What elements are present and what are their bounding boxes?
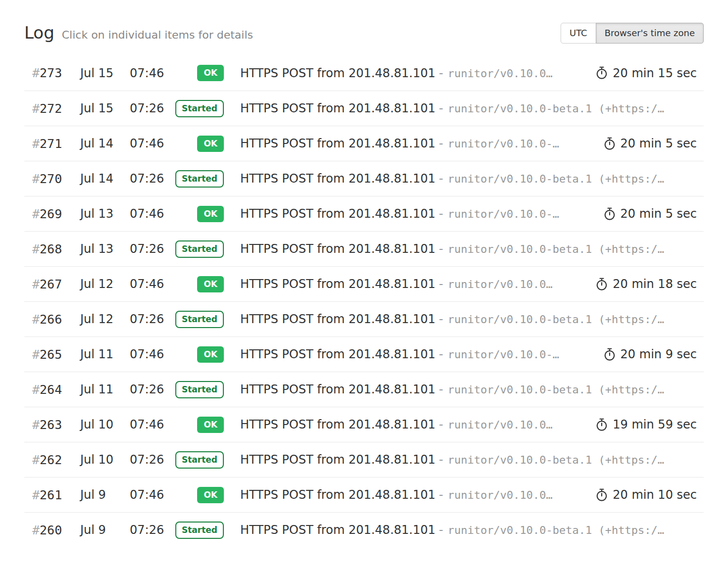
stopwatch-icon bbox=[595, 488, 613, 502]
event-number-value: 273 bbox=[40, 66, 62, 80]
log-row[interactable]: #263 Jul 10 07:46 OK HTTPS POST from 201… bbox=[24, 407, 704, 442]
status-badge: Started bbox=[175, 381, 224, 398]
dash-separator: - bbox=[439, 101, 443, 115]
status-badge: Started bbox=[175, 100, 224, 117]
status-badge: Started bbox=[175, 311, 224, 328]
hash-prefix: # bbox=[32, 242, 40, 256]
duration-text: 20 min 5 sec bbox=[621, 137, 697, 150]
duration: 19 min 59 sec bbox=[595, 418, 704, 431]
log-row[interactable]: #266 Jul 12 07:26 Started HTTPS POST fro… bbox=[24, 301, 704, 336]
event-message: HTTPS POST from 201.48.81.101 bbox=[240, 172, 435, 186]
hash-prefix: # bbox=[32, 137, 40, 151]
status-badge: OK bbox=[197, 276, 224, 292]
status-badge: OK bbox=[197, 487, 224, 503]
event-time: 07:26 bbox=[130, 242, 178, 256]
hash-prefix: # bbox=[32, 523, 40, 537]
log-row[interactable]: #273 Jul 15 07:46 OK HTTPS POST from 201… bbox=[24, 55, 704, 91]
event-number-value: 270 bbox=[40, 172, 62, 186]
log-row[interactable]: #267 Jul 12 07:46 OK HTTPS POST from 201… bbox=[24, 266, 704, 301]
event-number-value: 264 bbox=[40, 382, 62, 397]
event-date: Jul 12 bbox=[80, 312, 130, 326]
event-date: Jul 9 bbox=[80, 488, 130, 502]
log-page: Log Click on individual items for detail… bbox=[0, 0, 728, 547]
log-row[interactable]: #264 Jul 11 07:26 Started HTTPS POST fro… bbox=[24, 372, 704, 407]
log-list: #273 Jul 15 07:46 OK HTTPS POST from 201… bbox=[24, 55, 704, 547]
event-description: HTTPS POST from 201.48.81.101-runitor/v0… bbox=[240, 418, 586, 431]
hash-prefix: # bbox=[32, 277, 40, 291]
page-header: Log Click on individual items for detail… bbox=[24, 23, 704, 44]
log-row[interactable]: #271 Jul 14 07:46 OK HTTPS POST from 201… bbox=[24, 126, 704, 161]
event-number: #261 bbox=[24, 488, 80, 502]
dash-separator: - bbox=[439, 347, 443, 361]
event-number-value: 269 bbox=[40, 207, 62, 221]
hash-prefix: # bbox=[32, 418, 40, 432]
hash-prefix: # bbox=[32, 66, 40, 80]
log-row[interactable]: #268 Jul 13 07:26 Started HTTPS POST fro… bbox=[24, 231, 704, 266]
event-date: Jul 10 bbox=[80, 453, 130, 467]
event-number: #266 bbox=[24, 312, 80, 327]
log-row[interactable]: #260 Jul 9 07:26 Started HTTPS POST from… bbox=[24, 512, 704, 547]
user-agent: runitor/v0.10.0-beta.1 (+https:/… bbox=[448, 383, 664, 396]
event-date: Jul 9 bbox=[80, 523, 130, 537]
event-number: #264 bbox=[24, 382, 80, 397]
page-subtitle: Click on individual items for details bbox=[62, 29, 253, 41]
duration: 20 min 5 sec bbox=[603, 137, 704, 150]
status-badge: OK bbox=[197, 346, 224, 363]
event-number: #268 bbox=[24, 242, 80, 256]
event-description: HTTPS POST from 201.48.81.101-runitor/v0… bbox=[240, 453, 704, 467]
event-number: #263 bbox=[24, 418, 80, 432]
event-number: #267 bbox=[24, 277, 80, 291]
browser-timezone-button[interactable]: Browser's time zone bbox=[596, 23, 704, 44]
hash-prefix: # bbox=[32, 488, 40, 502]
log-row[interactable]: #270 Jul 14 07:26 Started HTTPS POST fro… bbox=[24, 161, 704, 196]
dash-separator: - bbox=[439, 523, 443, 537]
event-message: HTTPS POST from 201.48.81.101 bbox=[240, 418, 435, 431]
hash-prefix: # bbox=[32, 312, 40, 327]
user-agent: runitor/v0.10.0-beta.1 (+https:/… bbox=[448, 102, 664, 115]
event-time: 07:46 bbox=[130, 347, 178, 361]
event-number-value: 265 bbox=[40, 347, 62, 362]
user-agent: runitor/v0.10.0-beta.1 (+https:/… bbox=[448, 524, 664, 536]
dash-separator: - bbox=[439, 453, 443, 467]
badge-cell: Started bbox=[178, 311, 224, 328]
utc-button[interactable]: UTC bbox=[561, 23, 596, 44]
badge-cell: Started bbox=[178, 522, 224, 539]
badge-cell: OK bbox=[178, 206, 224, 222]
dash-separator: - bbox=[439, 242, 443, 256]
log-row[interactable]: #269 Jul 13 07:46 OK HTTPS POST from 201… bbox=[24, 196, 704, 231]
dash-separator: - bbox=[439, 382, 443, 396]
event-number: #271 bbox=[24, 137, 80, 151]
event-time: 07:46 bbox=[130, 277, 178, 291]
duration: 20 min 9 sec bbox=[603, 347, 704, 361]
stopwatch-icon bbox=[603, 348, 621, 361]
badge-cell: Started bbox=[178, 381, 224, 398]
event-description: HTTPS POST from 201.48.81.101-runitor/v0… bbox=[240, 172, 704, 186]
badge-cell: OK bbox=[178, 487, 224, 503]
event-date: Jul 13 bbox=[80, 207, 130, 221]
event-description: HTTPS POST from 201.48.81.101-runitor/v0… bbox=[240, 242, 704, 256]
log-row[interactable]: #272 Jul 15 07:26 Started HTTPS POST fro… bbox=[24, 91, 704, 126]
log-row[interactable]: #262 Jul 10 07:26 Started HTTPS POST fro… bbox=[24, 442, 704, 477]
hash-prefix: # bbox=[32, 453, 40, 467]
badge-cell: OK bbox=[178, 65, 224, 81]
stopwatch-icon bbox=[595, 278, 613, 291]
user-agent: runitor/v0.10.0… bbox=[448, 419, 553, 431]
event-description: HTTPS POST from 201.48.81.101-runitor/v0… bbox=[240, 207, 594, 221]
page-title: Log bbox=[24, 23, 54, 43]
status-badge: Started bbox=[175, 170, 224, 188]
badge-cell: Started bbox=[178, 451, 224, 469]
event-number: #270 bbox=[24, 172, 80, 186]
event-number-value: 271 bbox=[40, 137, 62, 151]
log-row[interactable]: #261 Jul 9 07:46 OK HTTPS POST from 201.… bbox=[24, 477, 704, 512]
dash-separator: - bbox=[439, 66, 443, 80]
user-agent: runitor/v0.10.0… bbox=[448, 278, 553, 290]
stopwatch-icon bbox=[603, 137, 621, 150]
status-badge: Started bbox=[175, 451, 224, 469]
event-message: HTTPS POST from 201.48.81.101 bbox=[240, 382, 435, 396]
log-row[interactable]: #265 Jul 11 07:46 OK HTTPS POST from 201… bbox=[24, 336, 704, 372]
event-time: 07:26 bbox=[130, 312, 178, 326]
event-number: #265 bbox=[24, 347, 80, 362]
duration: 20 min 5 sec bbox=[603, 207, 704, 221]
dash-separator: - bbox=[439, 277, 443, 291]
event-message: HTTPS POST from 201.48.81.101 bbox=[240, 242, 435, 256]
